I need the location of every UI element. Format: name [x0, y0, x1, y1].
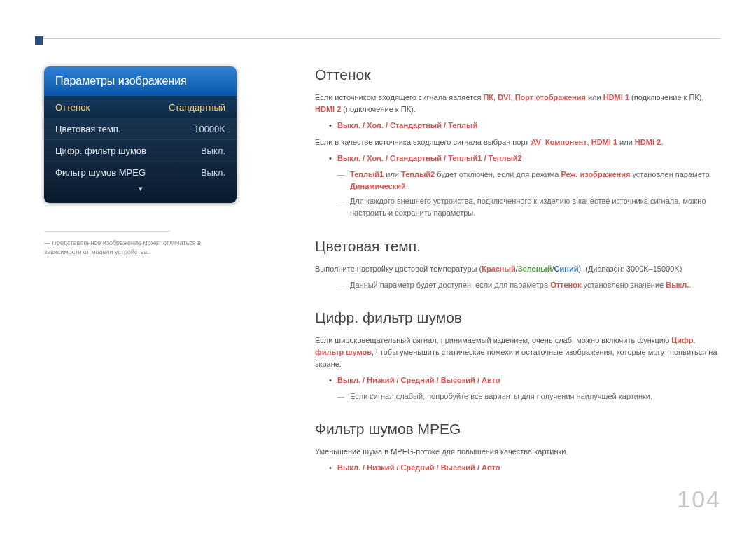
list-item: Теплый1 или Теплый2 будет отключен, если…	[337, 169, 721, 192]
list-item: Выкл. / Хол. / Стандартный / Теплый	[329, 120, 721, 132]
section-noise-filter: Цифр. фильтр шумов Если широковещательны…	[315, 309, 721, 403]
osd-row-label: Фильтр шумов MPEG	[55, 167, 146, 178]
osd-body: Оттенок Стандартный Цветовая темп. 10000…	[44, 96, 237, 203]
osd-row-label: Цифр. фильтр шумов	[55, 146, 146, 156]
page-number: 104	[677, 486, 721, 513]
section-mpeg-filter: Фильтр шумов MPEG Уменьшение шума в MPEG…	[315, 421, 721, 475]
osd-row-value: Выкл.	[201, 146, 225, 156]
section-color-temp: Цветовая темп. Выполните настройку цвето…	[315, 238, 721, 291]
bullet-list: Выкл. / Низкий / Средний / Высокий / Авт…	[329, 462, 721, 475]
osd-row-color-temp[interactable]: Цветовая темп. 10000K	[44, 118, 237, 139]
paragraph: Если широковещательный сигнал, принимаем…	[315, 335, 721, 370]
bullet-list: Выкл. / Хол. / Стандартный / Теплый	[329, 120, 721, 132]
bullet-list: Выкл. / Низкий / Средний / Высокий / Авт…	[329, 374, 721, 387]
disclaimer-text: ― Представленное изображение может отлич…	[44, 239, 237, 256]
dash-list: Данный параметр будет доступен, если для…	[337, 279, 721, 291]
top-divider	[35, 38, 721, 39]
section-hue: Оттенок Если источником входящего сигнал…	[315, 66, 721, 220]
osd-title: Параметры изображения	[44, 66, 237, 96]
osd-row-value: Выкл.	[201, 167, 225, 178]
paragraph: Если источником входящего сигнала являет…	[315, 92, 721, 115]
right-column: Оттенок Если источником входящего сигнал…	[315, 66, 721, 479]
paragraph: Уменьшение шума в MPEG-потоке для повыше…	[315, 446, 721, 458]
top-accent	[35, 36, 43, 45]
dash-list: Если сигнал слабый, попробуйте все вариа…	[337, 391, 721, 402]
osd-panel: Параметры изображения Оттенок Стандартны…	[44, 66, 237, 203]
bullet-list: Выкл. / Хол. / Стандартный / Теплый1 / Т…	[329, 153, 721, 165]
divider	[44, 231, 170, 232]
osd-row-hue[interactable]: Оттенок Стандартный	[44, 96, 237, 118]
list-item: Данный параметр будет доступен, если для…	[337, 279, 721, 291]
page-container: Параметры изображения Оттенок Стандартны…	[0, 0, 756, 534]
osd-row-value: Стандартный	[169, 102, 225, 113]
osd-row-value: 10000K	[194, 124, 225, 134]
osd-row-label: Оттенок	[55, 102, 90, 113]
paragraph: Если в качестве источника входящего сигн…	[315, 136, 721, 148]
left-column: Параметры изображения Оттенок Стандартны…	[44, 66, 237, 260]
paragraph: Выполните настройку цветовой температуры…	[315, 263, 721, 275]
section-title: Оттенок	[315, 66, 721, 83]
list-item: Выкл. / Хол. / Стандартный / Теплый1 / Т…	[329, 153, 721, 165]
section-title: Фильтр шумов MPEG	[315, 421, 721, 437]
dash-list: Теплый1 или Теплый2 будет отключен, если…	[337, 169, 721, 219]
list-item: Выкл. / Низкий / Средний / Высокий / Авт…	[329, 374, 721, 387]
chevron-down-icon[interactable]: ▾	[44, 183, 237, 197]
list-item: Выкл. / Низкий / Средний / Высокий / Авт…	[329, 462, 721, 475]
section-title: Цветовая темп.	[315, 238, 721, 255]
osd-row-mpeg-filter[interactable]: Фильтр шумов MPEG Выкл.	[44, 161, 237, 183]
list-item: Если сигнал слабый, попробуйте все вариа…	[337, 391, 721, 402]
section-title: Цифр. фильтр шумов	[315, 309, 721, 326]
osd-row-label: Цветовая темп.	[55, 124, 120, 134]
list-item: Для каждого внешнего устройства, подключ…	[337, 195, 721, 219]
osd-row-noise-filter[interactable]: Цифр. фильтр шумов Выкл.	[44, 139, 237, 161]
